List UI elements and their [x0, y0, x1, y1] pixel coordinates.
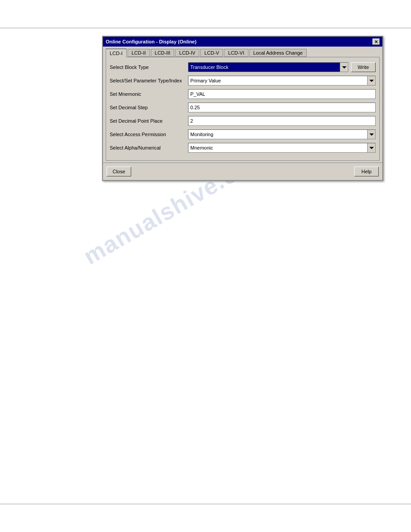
select-alpha-arrow[interactable]	[367, 143, 375, 152]
dialog-window: Online Configuration - Display (Online) …	[102, 36, 383, 181]
chevron-down-icon	[369, 80, 374, 82]
label-select-block-type: Select Block Type	[110, 64, 188, 70]
input-area-alpha: Mnemonic	[188, 143, 376, 153]
select-access-value: Monitoring	[188, 132, 367, 137]
tab-lcd5[interactable]: LCD-V	[200, 49, 223, 57]
help-button[interactable]: Help	[354, 167, 379, 176]
select-block-type[interactable]: Transducer Block	[188, 62, 348, 72]
tab-lcd1[interactable]: LCD-I	[106, 48, 127, 57]
select-access-arrow[interactable]	[367, 130, 375, 139]
label-set-decimal-point: Set Decimal Point Place	[110, 118, 188, 124]
input-mnemonic[interactable]: P_VAL	[188, 89, 376, 99]
page-background: manualshive.com Online Configuration - D…	[0, 0, 411, 532]
chevron-down-icon	[342, 66, 347, 69]
tab-local-address-change[interactable]: Local Address Change	[249, 49, 307, 57]
form-row-block-type: Select Block Type Transducer Block Write	[110, 62, 376, 73]
input-area-access: Monitoring	[188, 129, 376, 139]
bottom-buttons-row: Close Help	[103, 163, 382, 180]
label-select-parameter: Select/Set Parameter Type/Index	[110, 78, 188, 83]
select-block-type-value: Transducer Block	[188, 64, 340, 70]
input-area-block-type: Transducer Block Write	[188, 62, 376, 72]
form-row-alpha: Select Alpha/Numerical Mnemonic	[110, 142, 376, 153]
label-select-access: Select Access Permission	[110, 132, 188, 137]
label-select-alpha: Select Alpha/Numerical	[110, 145, 188, 150]
select-parameter-value: Primary Value	[188, 78, 367, 83]
form-row-access: Select Access Permission Monitoring	[110, 129, 376, 140]
tab-content: Select Block Type Transducer Block Write…	[106, 57, 380, 161]
top-divider	[0, 28, 411, 28]
input-area-decimal-point: 2	[188, 116, 376, 126]
bottom-divider	[0, 504, 411, 504]
label-set-mnemonic: Set Mnemonic	[110, 91, 188, 97]
select-parameter-arrow[interactable]	[367, 76, 375, 85]
input-decimal-point[interactable]: 2	[188, 116, 376, 126]
form-row-parameter: Select/Set Parameter Type/Index Primary …	[110, 75, 376, 86]
chevron-down-icon	[369, 133, 374, 136]
input-area-decimal-step: 0.25	[188, 103, 376, 112]
chevron-down-icon	[369, 147, 374, 149]
tab-bar: LCD-I LCD-II LCD-III LCD-IV LCD-V LCD-VI…	[103, 47, 382, 57]
select-access[interactable]: Monitoring	[188, 129, 376, 139]
label-set-decimal-step: Set Decimal Step	[110, 105, 188, 110]
select-parameter[interactable]: Primary Value	[188, 76, 376, 86]
tab-lcd3[interactable]: LCD-III	[151, 49, 175, 57]
dialog-title: Online Configuration - Display (Online)	[106, 39, 197, 44]
write-button[interactable]: Write	[351, 62, 376, 72]
close-button[interactable]: Close	[107, 167, 131, 176]
tab-lcd4[interactable]: LCD-IV	[175, 49, 199, 57]
close-button-titlebar[interactable]: ✕	[372, 39, 380, 45]
select-alpha-value: Mnemonic	[188, 145, 367, 150]
input-decimal-step[interactable]: 0.25	[188, 103, 376, 112]
tab-lcd2[interactable]: LCD-II	[128, 49, 150, 57]
select-alpha[interactable]: Mnemonic	[188, 143, 376, 153]
tab-lcd6[interactable]: LCD-VI	[224, 49, 248, 57]
input-area-parameter: Primary Value	[188, 76, 376, 86]
input-area-mnemonic: P_VAL	[188, 89, 376, 99]
form-row-mnemonic: Set Mnemonic P_VAL	[110, 89, 376, 99]
select-block-type-arrow[interactable]	[340, 63, 348, 72]
form-row-decimal-point: Set Decimal Point Place 2	[110, 116, 376, 126]
form-row-decimal-step: Set Decimal Step 0.25	[110, 102, 376, 113]
title-bar: Online Configuration - Display (Online) …	[103, 37, 382, 47]
